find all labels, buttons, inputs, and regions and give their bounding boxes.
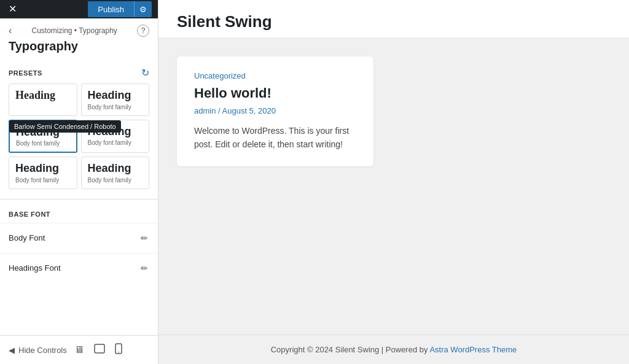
publish-button[interactable]: Publish — [88, 1, 134, 17]
help-button[interactable]: ? — [137, 25, 149, 37]
presets-header: Presets ↻ — [0, 61, 158, 83]
preset-card-5[interactable]: Heading Body font family — [9, 157, 77, 189]
hide-controls-label: Hide Controls — [18, 346, 67, 355]
settings-button[interactable]: ⚙ — [134, 1, 152, 17]
post-meta[interactable]: admin / August 5, 2020 — [194, 106, 356, 115]
tablet-view-button[interactable] — [92, 343, 107, 357]
footer-text: Copyright © 2024 Silent Swing | Powered … — [271, 345, 430, 354]
preset-subtext-2: Body font family — [88, 104, 143, 110]
post-title: Hello world! — [194, 85, 356, 101]
body-font-row: Body Font ✏ — [0, 223, 158, 253]
post-excerpt: Welcome to WordPress. This is your first… — [194, 124, 356, 152]
top-bar-left: ✕ — [6, 3, 19, 15]
preset-heading-1: Heading — [15, 89, 71, 103]
svg-point-2 — [118, 352, 119, 353]
bottom-bar: ◀ Hide Controls 🖥 — [0, 335, 158, 364]
mobile-icon — [115, 343, 122, 354]
body-font-edit-button[interactable]: ✏ — [139, 232, 149, 244]
section-title: Typography — [0, 37, 158, 61]
preset-card-6[interactable]: Heading Body font family — [81, 157, 150, 189]
mobile-view-button[interactable] — [112, 342, 125, 358]
preset-subtext-5: Body font family — [15, 177, 71, 184]
close-button[interactable]: ✕ — [6, 3, 19, 15]
preset-heading-5: Heading — [15, 162, 71, 176]
hide-icon: ◀ — [9, 346, 15, 355]
preset-subtext-6: Body font family — [88, 177, 143, 184]
preset-subtext-3: Body font family — [16, 140, 70, 147]
headings-font-label: Headings Font — [9, 263, 61, 273]
preset-card-1[interactable]: Heading Barlow Semi Condensed / Roboto — [9, 83, 77, 116]
site-header: Silent Swing — [158, 0, 629, 38]
customizer-panel: ✕ Publish ⚙ ‹ Customizing • Typography ?… — [0, 0, 158, 364]
back-button[interactable]: ‹ — [9, 25, 12, 36]
preset-card-2[interactable]: Heading Body font family — [81, 83, 150, 116]
preset-heading-2: Heading — [88, 89, 143, 103]
preset-heading-6: Heading — [88, 162, 143, 176]
site-preview: Silent Swing Uncategorized Hello world! … — [158, 0, 629, 364]
preview-area: Silent Swing Uncategorized Hello world! … — [158, 0, 629, 364]
top-bar: ✕ Publish ⚙ — [0, 0, 158, 18]
breadcrumb-bar: ‹ Customizing • Typography ? — [0, 18, 158, 37]
divider-1 — [0, 199, 158, 199]
breadcrumb: Customizing • Typography — [31, 26, 117, 35]
post-category[interactable]: Uncategorized — [194, 71, 356, 80]
hide-controls-button[interactable]: ◀ Hide Controls — [9, 346, 67, 355]
publish-group: Publish ⚙ — [88, 1, 152, 17]
site-footer: Copyright © 2024 Silent Swing | Powered … — [158, 335, 629, 364]
presets-grid: Heading Barlow Semi Condensed / Roboto H… — [0, 83, 158, 196]
svg-rect-0 — [95, 344, 104, 353]
site-title: Silent Swing — [177, 12, 611, 31]
tablet-icon — [94, 344, 105, 354]
preset-subtext-4: Body font family — [88, 139, 143, 146]
body-font-label: Body Font — [9, 233, 45, 242]
headings-font-edit-button[interactable]: ✏ — [139, 262, 149, 274]
site-content: Uncategorized Hello world! admin / Augus… — [158, 38, 629, 335]
footer-link[interactable]: Astra WordPress Theme — [429, 345, 517, 354]
presets-label: Presets — [9, 69, 42, 77]
preset-tooltip-1: Barlow Semi Condensed / Roboto — [9, 120, 121, 133]
headings-font-row: Headings Font ✏ — [0, 253, 158, 283]
desktop-view-button[interactable]: 🖥 — [72, 343, 87, 357]
post-card: Uncategorized Hello world! admin / Augus… — [177, 56, 373, 166]
base-font-header: BASE FONT — [0, 202, 158, 223]
refresh-button[interactable]: ↻ — [141, 67, 149, 79]
